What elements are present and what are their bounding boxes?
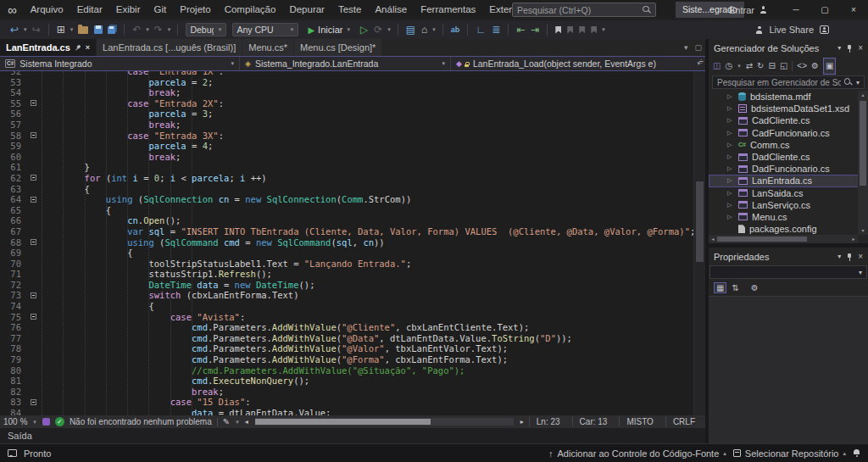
chevron-down-icon[interactable]: ▾ — [23, 26, 28, 33]
code-line-73[interactable]: 73 switch (cbxLanEntForma.Text) — [0, 290, 693, 301]
next-bookmark-icon[interactable] — [579, 26, 585, 34]
code-line-62[interactable]: 62 for (int i = 0; i < parcela; i ++) — [0, 173, 693, 184]
code-line-64[interactable]: 64 using (SqlConnection cn = new SqlConn… — [0, 194, 693, 205]
scrollbar-thumb[interactable] — [255, 419, 431, 425]
scrollbar-thumb[interactable] — [717, 237, 807, 242]
output-window-collapsed[interactable]: Saída — [0, 428, 705, 443]
code-line-52[interactable]: 52 case "Entrada 1X": — [0, 71, 693, 77]
project-dropdown[interactable]: C# Sistema Integrado ▾ — [0, 57, 240, 70]
code-line-78[interactable]: 78 cmd.Parameters.AddWithValue("@Valor",… — [0, 343, 693, 354]
tree-item-packages.config[interactable]: packages.config — [709, 223, 868, 235]
tree-item-dadfuncionario.cs[interactable]: ▷DadFuncionario.cs — [709, 163, 868, 175]
code-line-63[interactable]: 63 { — [0, 184, 693, 195]
code-line-75[interactable]: 75 case "Avista": — [0, 312, 693, 323]
scroll-right-icon[interactable]: ▸ — [520, 418, 524, 426]
active-files-dropdown-icon[interactable]: ▾ — [684, 43, 688, 52]
menu-item-compilação[interactable]: Compilação — [218, 0, 283, 19]
sync-with-active-document-icon[interactable]: ◫ — [713, 58, 721, 74]
code-line-72[interactable]: 72 DateTime data = new DateTime(); — [0, 280, 693, 291]
expand-arrow-icon[interactable]: ▷ — [727, 93, 734, 100]
feedback-icon[interactable] — [8, 449, 17, 457]
chevron-down-icon[interactable]: ▾ — [431, 26, 437, 33]
member-dropdown[interactable]: ◆ LanEntrada_Load(object sender, EventAr… — [451, 57, 705, 70]
sync-solution-explorer-icon[interactable]: ⌂ — [420, 21, 429, 38]
add-to-source-control-button[interactable]: ↑ Adicionar ao Controle do Código-Fonte … — [548, 448, 726, 459]
alphabetical-icon[interactable]: ⇅ — [732, 283, 738, 292]
collapse-all-icon[interactable]: ⊟ — [768, 58, 775, 74]
type-dropdown[interactable]: ◈ Sistema_Integrado.LanEntrada ▾ — [240, 57, 451, 70]
expand-arrow-icon[interactable]: ▷ — [727, 214, 734, 220]
chevron-down-icon[interactable]: ▾ — [387, 26, 392, 33]
code-line-54[interactable]: 54 break; — [0, 87, 693, 98]
code-line-82[interactable]: 82 break; — [0, 387, 693, 398]
tree-item-cadfuncionario.cs[interactable]: ▷CadFuncionario.cs — [709, 127, 868, 139]
expand-arrow-icon[interactable]: ▷ — [727, 142, 734, 148]
show-all-files-icon[interactable]: ▣ — [823, 58, 836, 75]
code-line-84[interactable]: 84 data = dtLanEntData.Value; — [0, 408, 693, 415]
code-line-58[interactable]: 58 case "Entrada 3X": — [0, 131, 693, 142]
menu-item-exibir[interactable]: Exibir — [109, 0, 147, 19]
code-line-80[interactable]: 80 //cmd.Parameters.AddWithValue("@Situa… — [0, 365, 693, 376]
refresh-icon[interactable]: ↻ — [757, 58, 764, 74]
code-line-81[interactable]: 81 cmd.ExecuteNonQuery(); — [0, 376, 693, 387]
properties-icon[interactable]: ⚙ — [811, 58, 819, 74]
menu-item-análise[interactable]: Análise — [368, 0, 414, 19]
scroll-left-icon[interactable]: ◂ — [709, 235, 717, 243]
menu-item-arquivo[interactable]: Arquivo — [24, 0, 70, 19]
code-line-60[interactable]: 60 break; — [0, 152, 693, 163]
code-cleanup-icon[interactable]: ✎ — [223, 417, 230, 426]
editor-vertical-scrollbar[interactable] — [693, 71, 705, 415]
chevron-down-icon[interactable]: ▾ — [837, 253, 841, 260]
scrollbar-thumb[interactable] — [696, 181, 704, 262]
tab-menu-cs-[interactable]: Menu.cs* — [242, 39, 293, 56]
fold-collapse-icon[interactable] — [31, 239, 36, 245]
menu-item-git[interactable]: Git — [147, 0, 174, 19]
fold-collapse-icon[interactable] — [31, 292, 36, 298]
navigate-to-icon[interactable]: ab — [449, 21, 462, 38]
start-without-debugging-icon[interactable]: ▷ — [359, 21, 370, 38]
navigate-backward-icon[interactable]: ↩ — [8, 21, 20, 38]
sign-in-button[interactable]: Entrar — [729, 0, 767, 19]
fold-collapse-icon[interactable] — [31, 100, 36, 106]
code-line-70[interactable]: 70 toolStripStatusLabel1.Text = "Lançand… — [0, 259, 693, 270]
view-code-icon[interactable]: <> — [797, 58, 807, 74]
fold-collapse-icon[interactable] — [31, 197, 36, 203]
menu-item-editar[interactable]: Editar — [70, 0, 109, 19]
run-to-cursor-icon[interactable]: ∟ — [474, 21, 487, 38]
switch-views-icon[interactable]: ⇄ — [746, 58, 753, 74]
scroll-right-icon[interactable]: ▸ — [849, 235, 858, 243]
chevron-down-icon[interactable]: ▾ — [601, 26, 606, 33]
navigate-forward-icon[interactable]: ↪ — [31, 21, 42, 38]
tree-item-lansaida.cs[interactable]: ▷LanSaida.cs — [709, 187, 868, 199]
solution-configuration-combo[interactable]: Debug▾ — [186, 23, 226, 36]
chevron-down-icon[interactable]: ▾ — [837, 44, 841, 52]
find-in-files-icon[interactable]: ▤ — [404, 21, 417, 38]
property-pages-icon[interactable]: ⚙ — [751, 283, 759, 292]
chevron-down-icon[interactable]: ▾ — [145, 26, 150, 33]
code-line-55[interactable]: 55 case "Entrada 2X": — [0, 98, 693, 109]
float-window-icon[interactable]: ▢ — [694, 43, 702, 52]
tree-horizontal-scrollbar[interactable]: ◂ ▸ — [709, 235, 858, 243]
notifications-bell-icon[interactable] — [853, 449, 860, 458]
code-line-83[interactable]: 83 case "15 Dias": — [0, 397, 693, 408]
expand-arrow-icon[interactable]: ▷ — [727, 105, 734, 112]
chevron-down-icon[interactable]: ▾ — [856, 79, 860, 86]
pin-icon[interactable] — [846, 44, 853, 53]
solution-platform-combo[interactable]: Any CPU▾ — [232, 23, 298, 36]
code-line-66[interactable]: 66 cn.Open(); — [0, 215, 693, 226]
properties-header[interactable]: Propriedades ▾ × — [709, 248, 868, 265]
code-line-56[interactable]: 56 parcela = 3; — [0, 109, 693, 120]
code-line-68[interactable]: 68 using (SqlCommand cmd = new SqlComman… — [0, 237, 693, 248]
column-indicator[interactable]: Car: 13 — [572, 417, 615, 426]
code-line-77[interactable]: 77 cmd.Parameters.AddWithValue("@Data", … — [0, 333, 693, 344]
close-tab-icon[interactable]: × — [86, 43, 90, 52]
code-line-74[interactable]: 74 { — [0, 301, 693, 312]
expand-arrow-icon[interactable]: ▷ — [727, 190, 734, 197]
select-repository-button[interactable]: Selecionar Repositório ▴ — [733, 448, 846, 459]
preview-selected-items-icon[interactable]: ◱ — [780, 58, 787, 74]
menu-item-projeto[interactable]: Projeto — [173, 0, 217, 19]
fold-collapse-icon[interactable] — [31, 175, 36, 181]
tree-item-bdsistema.mdf[interactable]: ▷bdsistema.mdf — [709, 91, 868, 103]
expand-arrow-icon[interactable]: ▷ — [727, 117, 734, 124]
tab-lanentrada-cs[interactable]: LanEntrada.cs× — [0, 39, 96, 56]
